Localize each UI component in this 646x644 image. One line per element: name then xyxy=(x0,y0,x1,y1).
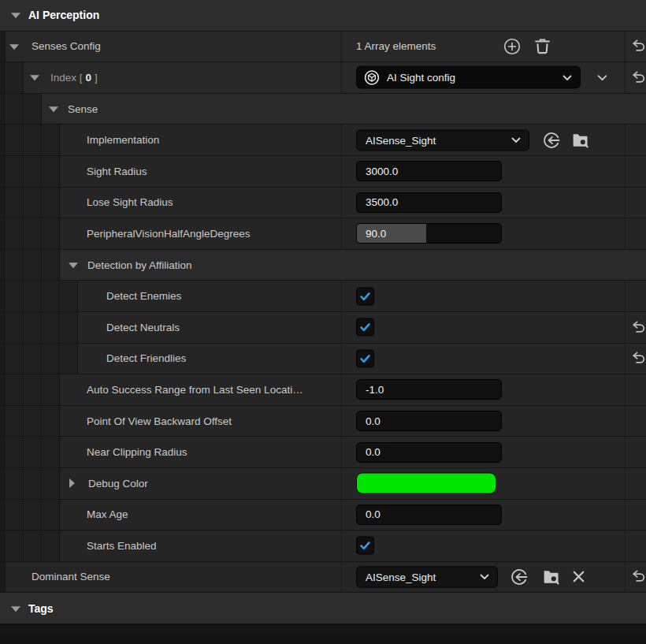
peripheral-vision-slider-input[interactable]: 90.0 xyxy=(356,223,502,244)
reset-to-default-icon[interactable] xyxy=(628,67,646,87)
column-splitter[interactable] xyxy=(341,281,342,311)
array-index-label: Index [ 0 ] xyxy=(50,62,98,93)
row-detection-by-affiliation[interactable]: Detection by Affiliation xyxy=(0,250,646,281)
browse-to-asset-icon[interactable] xyxy=(540,567,561,587)
sense-config-class-dropdown[interactable]: AI Sight config xyxy=(356,66,581,89)
expander-arrow-icon[interactable] xyxy=(69,478,75,488)
reset-to-default-icon[interactable] xyxy=(628,567,646,587)
reset-to-default-icon[interactable] xyxy=(628,317,646,337)
row-sense-group[interactable]: Sense xyxy=(0,94,646,125)
starts-enabled-checkbox[interactable] xyxy=(356,537,374,555)
expander-arrow-icon[interactable] xyxy=(30,76,39,81)
detect-friendlies-checkbox[interactable] xyxy=(356,349,374,367)
indent-strip xyxy=(6,374,24,405)
expander-arrow-icon[interactable] xyxy=(69,262,78,268)
pov-backward-offset-input[interactable]: 0.0 xyxy=(356,411,502,431)
implementation-dropdown[interactable]: AISense_Sight xyxy=(356,129,529,151)
property-label: Senses Config xyxy=(32,32,101,62)
row-lose-sight-radius: Lose Sight Radius 3500.0 xyxy=(0,188,646,219)
column-splitter[interactable] xyxy=(341,530,342,561)
column-splitter[interactable] xyxy=(341,32,342,62)
row-debug-color: Debug Color xyxy=(0,468,646,500)
property-label: Lose Sight Radius xyxy=(87,188,173,218)
column-splitter[interactable] xyxy=(625,437,626,467)
sight-radius-input[interactable]: 3000.0 xyxy=(356,161,502,181)
indent-strip xyxy=(43,188,60,218)
column-splitter[interactable] xyxy=(625,32,626,62)
dropdown-value: AISense_Sight xyxy=(366,134,436,146)
column-splitter[interactable] xyxy=(625,562,626,593)
debug-color-swatch[interactable] xyxy=(356,473,496,494)
check-icon xyxy=(358,352,372,365)
element-options-chevron-icon[interactable] xyxy=(592,67,612,87)
empty-array-icon[interactable] xyxy=(532,36,552,57)
column-splitter[interactable] xyxy=(341,374,342,405)
property-label: Implementation xyxy=(87,125,159,155)
column-splitter[interactable] xyxy=(625,188,626,218)
indent-strip xyxy=(6,530,24,561)
indent-strip xyxy=(6,188,24,218)
clear-icon[interactable] xyxy=(568,567,588,587)
column-splitter[interactable] xyxy=(341,218,342,249)
property-label: Detect Friendlies xyxy=(106,344,186,374)
column-splitter[interactable] xyxy=(341,344,342,374)
indent-strip xyxy=(0,125,6,155)
column-splitter[interactable] xyxy=(625,156,626,187)
detect-neutrals-checkbox[interactable] xyxy=(356,318,374,337)
indent-strip xyxy=(0,156,6,187)
indent-strip xyxy=(24,94,42,125)
add-array-element-icon[interactable] xyxy=(502,36,522,57)
indent-strip xyxy=(0,374,6,405)
use-selected-asset-icon[interactable] xyxy=(509,567,529,587)
indent-strip xyxy=(24,125,42,155)
reset-to-default-icon[interactable] xyxy=(628,348,646,369)
column-splitter[interactable] xyxy=(625,374,626,405)
column-splitter[interactable] xyxy=(625,406,626,437)
expander-arrow-icon[interactable] xyxy=(49,106,58,112)
column-splitter[interactable] xyxy=(341,500,342,530)
row-ai-perception[interactable]: AI Perception xyxy=(0,0,646,32)
row-tags[interactable]: Tags xyxy=(0,593,646,624)
check-icon xyxy=(358,321,372,334)
column-splitter[interactable] xyxy=(625,500,626,530)
indent-strip xyxy=(43,500,60,530)
near-clipping-radius-input[interactable]: 0.0 xyxy=(356,442,502,463)
column-splitter[interactable] xyxy=(341,188,342,218)
column-splitter[interactable] xyxy=(341,406,342,437)
group-label: Detection by Affiliation xyxy=(87,250,192,281)
column-splitter[interactable] xyxy=(341,62,342,93)
expander-arrow-icon[interactable] xyxy=(9,44,19,50)
column-splitter[interactable] xyxy=(625,530,626,561)
column-splitter[interactable] xyxy=(625,312,626,343)
indent-strip xyxy=(0,62,6,93)
category-title: AI Perception xyxy=(28,0,99,31)
expander-arrow-icon[interactable] xyxy=(11,13,20,18)
auto-success-range-input[interactable]: -1.0 xyxy=(356,379,502,400)
column-splitter[interactable] xyxy=(341,437,342,467)
reset-to-default-icon[interactable] xyxy=(628,36,646,57)
detect-enemies-checkbox[interactable] xyxy=(356,287,374,305)
column-splitter[interactable] xyxy=(341,125,342,155)
indent-strip xyxy=(24,250,42,281)
column-splitter[interactable] xyxy=(341,562,342,593)
column-splitter[interactable] xyxy=(625,125,626,155)
column-splitter[interactable] xyxy=(625,281,626,311)
column-splitter[interactable] xyxy=(341,312,342,343)
expander-arrow-icon[interactable] xyxy=(11,606,20,612)
column-splitter[interactable] xyxy=(625,468,626,499)
column-splitter[interactable] xyxy=(341,156,342,187)
max-age-input[interactable]: 0.0 xyxy=(356,504,502,525)
dropdown-value: AISense_Sight xyxy=(366,571,436,583)
column-splitter[interactable] xyxy=(341,468,342,499)
dominant-sense-dropdown[interactable]: AISense_Sight xyxy=(356,566,498,587)
column-splitter[interactable] xyxy=(625,62,626,93)
column-splitter[interactable] xyxy=(625,218,626,249)
row-sight-radius: Sight Radius 3000.0 xyxy=(0,156,646,188)
lose-sight-radius-input[interactable]: 3500.0 xyxy=(356,192,502,213)
use-selected-asset-icon[interactable] xyxy=(541,130,562,151)
indent-strip xyxy=(0,562,6,593)
indent-strip xyxy=(6,312,24,343)
column-splitter[interactable] xyxy=(625,344,626,374)
indent-strip xyxy=(0,468,6,499)
browse-to-asset-icon[interactable] xyxy=(570,130,590,151)
